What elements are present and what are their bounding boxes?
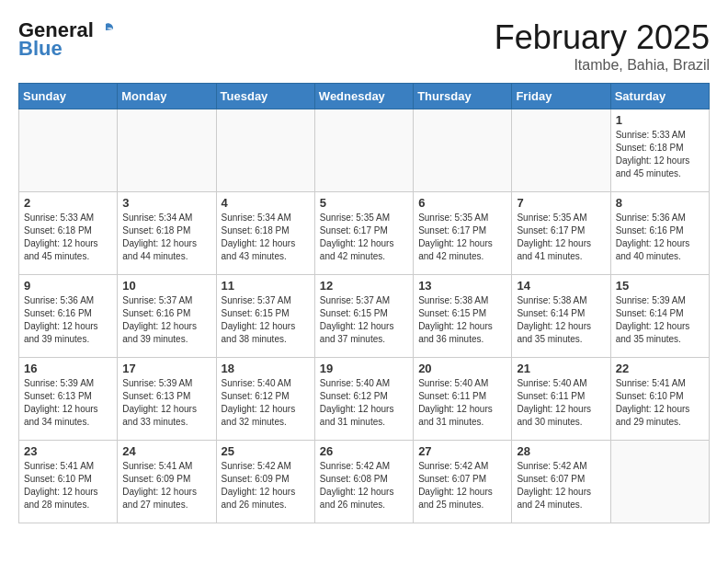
day-number: 8 [616,196,704,210]
weekday-friday: Friday [512,84,610,109]
calendar-cell: 18Sunrise: 5:40 AM Sunset: 6:12 PM Dayli… [216,358,314,441]
day-number: 10 [122,279,210,293]
calendar-cell: 9Sunrise: 5:36 AM Sunset: 6:16 PM Daylig… [19,275,118,358]
calendar-cell: 8Sunrise: 5:36 AM Sunset: 6:16 PM Daylig… [610,192,709,275]
calendar-cell: 22Sunrise: 5:41 AM Sunset: 6:10 PM Dayli… [610,358,709,441]
calendar-cell: 11Sunrise: 5:37 AM Sunset: 6:15 PM Dayli… [216,275,314,358]
calendar-cell: 7Sunrise: 5:35 AM Sunset: 6:17 PM Daylig… [512,192,610,275]
day-info: Sunrise: 5:34 AM Sunset: 6:18 PM Dayligh… [222,212,310,263]
calendar-cell: 1Sunrise: 5:33 AM Sunset: 6:18 PM Daylig… [610,109,709,192]
calendar-cell: 14Sunrise: 5:38 AM Sunset: 6:14 PM Dayli… [512,275,610,358]
calendar-cell [610,441,709,523]
week-row-2: 2Sunrise: 5:33 AM Sunset: 6:18 PM Daylig… [19,192,710,275]
day-info: Sunrise: 5:42 AM Sunset: 6:08 PM Dayligh… [320,460,408,511]
weekday-wednesday: Wednesday [314,84,413,109]
day-number: 5 [320,196,408,210]
calendar-cell: 27Sunrise: 5:42 AM Sunset: 6:07 PM Dayli… [414,441,512,523]
week-row-5: 23Sunrise: 5:41 AM Sunset: 6:10 PM Dayli… [19,441,710,523]
location: Itambe, Bahia, Brazil [495,57,710,74]
day-number: 4 [222,196,310,210]
calendar-cell: 23Sunrise: 5:41 AM Sunset: 6:10 PM Dayli… [19,441,118,523]
day-info: Sunrise: 5:36 AM Sunset: 6:16 PM Dayligh… [24,294,112,346]
calendar-cell [19,109,118,192]
calendar-cell: 15Sunrise: 5:39 AM Sunset: 6:14 PM Dayli… [610,275,709,358]
day-info: Sunrise: 5:37 AM Sunset: 6:16 PM Dayligh… [122,294,210,346]
day-info: Sunrise: 5:38 AM Sunset: 6:15 PM Dayligh… [418,294,506,346]
day-number: 7 [517,196,605,210]
day-number: 18 [222,362,310,375]
day-number: 13 [418,279,506,293]
day-number: 25 [222,444,310,458]
weekday-tuesday: Tuesday [216,84,314,109]
day-number: 2 [24,196,112,210]
day-number: 28 [517,444,605,458]
day-number: 17 [122,362,210,375]
day-info: Sunrise: 5:41 AM Sunset: 6:10 PM Dayligh… [24,460,112,511]
day-number: 26 [320,444,408,458]
day-number: 19 [320,362,408,375]
logo-blue: Blue [18,37,63,61]
day-info: Sunrise: 5:42 AM Sunset: 6:09 PM Dayligh… [222,460,310,511]
calendar-cell: 26Sunrise: 5:42 AM Sunset: 6:08 PM Dayli… [314,441,413,523]
day-info: Sunrise: 5:37 AM Sunset: 6:15 PM Dayligh… [222,294,310,346]
day-info: Sunrise: 5:33 AM Sunset: 6:18 PM Dayligh… [24,212,112,263]
day-info: Sunrise: 5:33 AM Sunset: 6:18 PM Dayligh… [616,129,704,180]
header: General Blue February 2025 Itambe, Bahia… [18,18,710,74]
calendar-cell [314,109,413,192]
day-info: Sunrise: 5:34 AM Sunset: 6:18 PM Dayligh… [122,212,210,263]
day-number: 21 [517,362,605,375]
day-info: Sunrise: 5:37 AM Sunset: 6:15 PM Dayligh… [320,294,408,346]
weekday-monday: Monday [118,84,216,109]
day-info: Sunrise: 5:40 AM Sunset: 6:12 PM Dayligh… [320,377,408,429]
calendar-cell: 12Sunrise: 5:37 AM Sunset: 6:15 PM Dayli… [314,275,413,358]
calendar-cell: 6Sunrise: 5:35 AM Sunset: 6:17 PM Daylig… [414,192,512,275]
week-row-3: 9Sunrise: 5:36 AM Sunset: 6:16 PM Daylig… [19,275,710,358]
day-number: 3 [122,196,210,210]
day-info: Sunrise: 5:42 AM Sunset: 6:07 PM Dayligh… [517,460,605,511]
calendar-cell: 10Sunrise: 5:37 AM Sunset: 6:16 PM Dayli… [118,275,216,358]
weekday-thursday: Thursday [414,84,512,109]
day-number: 15 [616,279,704,293]
calendar-cell: 19Sunrise: 5:40 AM Sunset: 6:12 PM Dayli… [314,358,413,441]
title-area: February 2025 Itambe, Bahia, Brazil [495,18,710,74]
day-number: 23 [24,444,112,458]
calendar-cell: 21Sunrise: 5:40 AM Sunset: 6:11 PM Dayli… [512,358,610,441]
day-number: 20 [418,362,506,375]
day-info: Sunrise: 5:42 AM Sunset: 6:07 PM Dayligh… [418,460,506,511]
day-number: 1 [616,113,704,127]
day-info: Sunrise: 5:41 AM Sunset: 6:10 PM Dayligh… [616,377,704,429]
calendar-cell [414,109,512,192]
calendar-cell: 4Sunrise: 5:34 AM Sunset: 6:18 PM Daylig… [216,192,314,275]
weekday-sunday: Sunday [19,84,118,109]
logo-bird-icon [96,20,116,40]
weekday-header-row: SundayMondayTuesdayWednesdayThursdayFrid… [19,84,710,109]
calendar-cell: 5Sunrise: 5:35 AM Sunset: 6:17 PM Daylig… [314,192,413,275]
day-info: Sunrise: 5:35 AM Sunset: 6:17 PM Dayligh… [517,212,605,263]
calendar-cell: 3Sunrise: 5:34 AM Sunset: 6:18 PM Daylig… [118,192,216,275]
calendar: SundayMondayTuesdayWednesdayThursdayFrid… [18,83,710,523]
day-number: 24 [122,444,210,458]
day-info: Sunrise: 5:39 AM Sunset: 6:13 PM Dayligh… [24,377,112,429]
calendar-cell [512,109,610,192]
day-number: 12 [320,279,408,293]
day-info: Sunrise: 5:35 AM Sunset: 6:17 PM Dayligh… [418,212,506,263]
week-row-4: 16Sunrise: 5:39 AM Sunset: 6:13 PM Dayli… [19,358,710,441]
calendar-cell: 25Sunrise: 5:42 AM Sunset: 6:09 PM Dayli… [216,441,314,523]
calendar-cell: 13Sunrise: 5:38 AM Sunset: 6:15 PM Dayli… [414,275,512,358]
calendar-cell: 16Sunrise: 5:39 AM Sunset: 6:13 PM Dayli… [19,358,118,441]
day-info: Sunrise: 5:38 AM Sunset: 6:14 PM Dayligh… [517,294,605,346]
week-row-1: 1Sunrise: 5:33 AM Sunset: 6:18 PM Daylig… [19,109,710,192]
day-number: 16 [24,362,112,375]
calendar-cell [118,109,216,192]
day-info: Sunrise: 5:40 AM Sunset: 6:11 PM Dayligh… [418,377,506,429]
day-number: 11 [222,279,310,293]
day-number: 9 [24,279,112,293]
day-info: Sunrise: 5:40 AM Sunset: 6:12 PM Dayligh… [222,377,310,429]
day-number: 14 [517,279,605,293]
day-info: Sunrise: 5:40 AM Sunset: 6:11 PM Dayligh… [517,377,605,429]
day-info: Sunrise: 5:39 AM Sunset: 6:13 PM Dayligh… [122,377,210,429]
calendar-cell: 28Sunrise: 5:42 AM Sunset: 6:07 PM Dayli… [512,441,610,523]
calendar-cell: 17Sunrise: 5:39 AM Sunset: 6:13 PM Dayli… [118,358,216,441]
calendar-cell: 20Sunrise: 5:40 AM Sunset: 6:11 PM Dayli… [414,358,512,441]
day-number: 22 [616,362,704,375]
